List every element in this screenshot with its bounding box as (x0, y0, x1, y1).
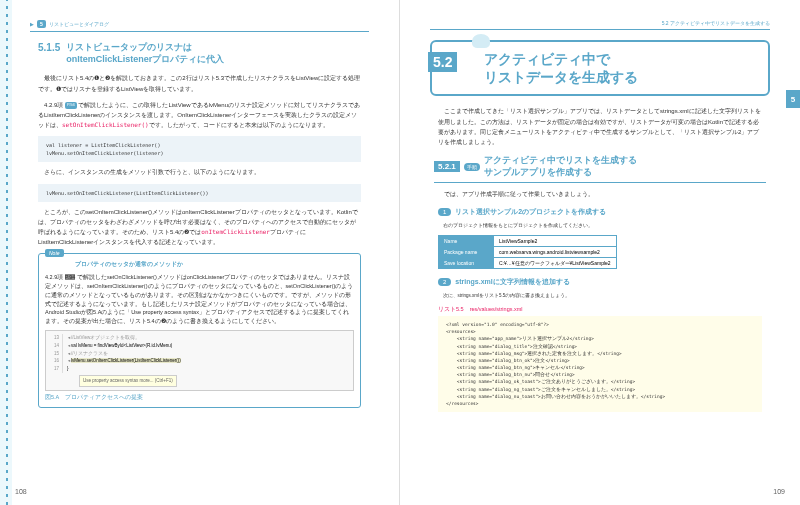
chapter-arrow: ▶ (30, 21, 34, 27)
step-num-2: 2 (438, 278, 451, 286)
para-2: 4.2.9項 P.94 で解説したように、この取得したListViewであるlv… (30, 100, 369, 131)
step-title-1: リスト選択サンプル2のプロジェクトを作成する (455, 207, 606, 217)
para-8: 次に、strings.xmlをリスト5.5の内容に書き換えましょう。 (430, 292, 770, 300)
sub-badge: 手順 (464, 163, 480, 171)
note-title: プロパティのセッタか通常のメソッドか (75, 260, 354, 269)
para-3: さらに、インスタンスの生成をメソッド引数で行うと、以下のようになります。 (30, 167, 369, 177)
section-title: リストビュータップのリスナは onItemClickListenerプロパティに… (66, 42, 224, 65)
code-block-1: val listener = ListItemClickListener() l… (38, 136, 361, 162)
section-5-1-5: 5.1.5 リストビュータップのリスナは onItemClickListener… (30, 42, 369, 65)
note-label: Note (45, 249, 64, 257)
listing-caption: リスト5.5 res/values/strings.xml (438, 306, 762, 313)
side-tab: 5 (786, 90, 800, 108)
para-7: 右のプロジェクト情報をもとにプロジェクトを作成してください。 (430, 222, 770, 230)
para-5: ここまで作成してきた「リスト選択サンプル」アプリでは、リストデータとしてstri… (430, 106, 770, 147)
chapter-num: 5 (37, 20, 46, 28)
figure-caption: 図5.A プロパティアクセスへの提案 (45, 394, 354, 401)
xml-listing: <?xml version="1.0" encoding="utf-8"?> <… (438, 316, 762, 412)
para-1: 最後にリスト5.4の❶と❷を解説しておきます。この2行はリスト5.3で作成したリ… (30, 73, 369, 93)
header-left: ▶ 5 リストビューとダイアログ (30, 20, 369, 32)
ide-screenshot: 13◄//ListViewオブジェクトを取得。 14◄val lvMenu = … (45, 330, 354, 390)
chapter-title: リストビューとダイアログ (49, 21, 109, 27)
page-left: ▶ 5 リストビューとダイアログ 5.1.5 リストビュータップのリスナは on… (0, 0, 400, 505)
page-number-right: 109 (773, 488, 785, 495)
para-6: では、アプリ作成手順に従って作業していきましょう。 (430, 189, 770, 199)
header-right: 5.2 アクティビティ中でリストデータを生成する (430, 20, 770, 30)
ide-hint: Use property access syntax more... (Ctrl… (79, 375, 177, 387)
ch-section-title: アクティビティ中で リストデータを生成する (484, 50, 756, 86)
note-box: Note プロパティのセッタか通常のメソッドか 4.2.9項 P.94 で解説し… (38, 253, 361, 407)
project-info-table: NameListViewSample2 Package namecom.webs… (438, 235, 617, 269)
step-title-2: strings.xmlに文字列情報を追加する (455, 277, 569, 287)
step-2: 2 strings.xmlに文字列情報を追加する (438, 277, 762, 287)
subsection-5-2-1: 5.2.1 手順 アクティビティ中でリストを生成する サンプルアプリを作成する (434, 155, 766, 182)
step-1: 1 リスト選択サンプル2のプロジェクトを作成する (438, 207, 762, 217)
ch-section-num: 5.2 (428, 52, 457, 72)
page-right: 5 5.2 アクティビティ中でリストデータを生成する 5.2 アクティビティ中で… (400, 0, 800, 505)
page-number-left: 108 (15, 488, 27, 495)
header-right-text: 5.2 アクティビティ中でリストデータを生成する (662, 20, 770, 26)
sub-num: 5.2.1 (434, 161, 460, 172)
teapot-icon (472, 34, 490, 48)
chapter-section-5-2: 5.2 アクティビティ中で リストデータを生成する (430, 40, 770, 96)
step-num-1: 1 (438, 208, 451, 216)
para-4: ところが、このsetOnItemClickListener()メソッドはonIt… (30, 207, 369, 248)
section-num: 5.1.5 (38, 42, 60, 65)
sub-title: アクティビティ中でリストを生成する サンプルアプリを作成する (484, 155, 637, 178)
code-block-2: lvMenu.setOnItemClickListener(ListItemCl… (38, 184, 361, 202)
note-body: 4.2.9項 P.94 で解説したsetOnClickListener()メソッ… (45, 273, 354, 326)
